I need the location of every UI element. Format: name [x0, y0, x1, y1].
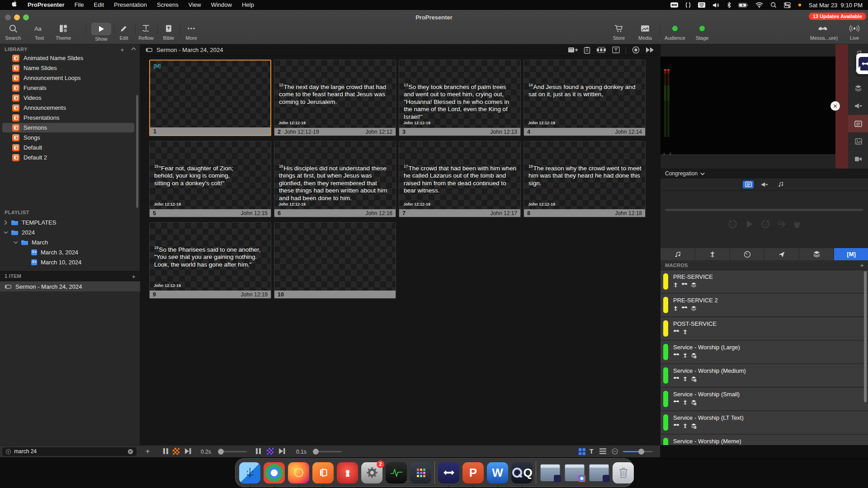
- dock-minimized-window-3-icon[interactable]: [588, 462, 609, 483]
- toolbar-audience-button[interactable]: Audience: [662, 23, 688, 41]
- library-collapse-icon[interactable]: [131, 47, 136, 51]
- dock-chrome-icon[interactable]: [264, 462, 285, 483]
- preview-options-icon[interactable]: [612, 448, 618, 455]
- media-transition-slider[interactable]: [314, 451, 342, 452]
- add-macro-button[interactable]: +: [860, 261, 864, 269]
- library-item-videos[interactable]: Videos: [2, 93, 134, 103]
- media-transition-effect-icon[interactable]: [267, 448, 274, 455]
- toolbar-theme-button[interactable]: Theme: [51, 23, 76, 41]
- tab-timers[interactable]: [730, 248, 765, 260]
- loop-slides-icon[interactable]: [596, 47, 606, 53]
- film-arrow-icon[interactable]: [568, 47, 578, 53]
- messages-layer-icon[interactable]: [848, 97, 868, 115]
- toolbar-more-button[interactable]: More: [179, 23, 204, 41]
- screen-selector-row[interactable]: Congregation: [660, 169, 868, 178]
- props-layer-icon[interactable]: [848, 132, 868, 150]
- play-audio-icon[interactable]: [744, 219, 755, 230]
- macro-row-service-worship-small-[interactable]: Service - Worship (Small): [660, 388, 868, 410]
- macro-row-pre-service[interactable]: PRE-SERVICE: [660, 270, 868, 293]
- slide-transition-skip-icon[interactable]: [184, 448, 192, 455]
- chevron-down-icon[interactable]: [4, 230, 8, 235]
- slide-3[interactable]: 13So they took branches of palm trees an…: [399, 60, 521, 136]
- skip-30-icon[interactable]: 30: [776, 219, 787, 230]
- text-view-icon[interactable]: T: [590, 448, 594, 455]
- text-width-icon[interactable]: [612, 47, 620, 53]
- menu-screens[interactable]: Screens: [152, 0, 184, 10]
- toolbar-text-button[interactable]: AaText: [27, 23, 52, 41]
- audio-preview-mode-icon[interactable]: [775, 181, 786, 188]
- toolbar-search-button[interactable]: Search: [0, 23, 26, 41]
- tab-props[interactable]: [799, 248, 834, 260]
- slide-8[interactable]: 18The reason why the crowd went to meet …: [524, 141, 646, 217]
- clipboard-icon[interactable]: [584, 47, 590, 54]
- menubar-app-name[interactable]: ProPresenter: [23, 0, 70, 10]
- toolbar-show-button[interactable]: Show: [89, 23, 114, 42]
- thumbnail-size-slider[interactable]: [623, 451, 653, 452]
- battery-status-icon[interactable]: [738, 3, 748, 8]
- dock-trash-icon[interactable]: [613, 462, 634, 483]
- library-item-animated-name-slides[interactable]: Animated Name Slides: [2, 53, 134, 63]
- apple-menu[interactable]: [6, 0, 23, 10]
- updates-available-badge[interactable]: 13 Updates Available: [809, 13, 866, 20]
- menu-help[interactable]: Help: [237, 0, 259, 10]
- tab-macros[interactable]: [M]: [834, 248, 868, 260]
- dock-finder-icon[interactable]: [239, 462, 260, 483]
- audio-progress-bar[interactable]: [665, 209, 863, 211]
- dock-powerpoint-icon[interactable]: P: [462, 462, 484, 483]
- dock-activity-monitor-icon[interactable]: [386, 462, 407, 483]
- playlist-node-march-10-2024[interactable]: March 10, 2024: [24, 258, 81, 267]
- menu-edit[interactable]: Edit: [89, 0, 109, 10]
- sidebar-scrollbar[interactable]: [136, 95, 138, 208]
- macro-row-service-worship-meme-[interactable]: Service - Worship (Meme): [660, 435, 868, 445]
- dock-propresenter-icon[interactable]: [312, 462, 334, 483]
- library-add-button[interactable]: +: [120, 46, 124, 53]
- dock-word-icon[interactable]: W: [487, 462, 508, 483]
- playlist-node-march[interactable]: March: [14, 238, 48, 247]
- keyboard-status-icon[interactable]: [698, 2, 705, 8]
- slide-1[interactable]: [M]1: [149, 60, 271, 136]
- library-item-sermons[interactable]: Sermons: [2, 123, 134, 132]
- video-input-layer-icon[interactable]: [848, 150, 868, 168]
- control-center-status-icon[interactable]: [784, 2, 791, 8]
- slide-9[interactable]: 19So the Pharisees said to one another, …: [149, 222, 271, 299]
- slide-4[interactable]: 14And Jesus found a young donkey and sat…: [524, 60, 646, 136]
- media-transition-pause-icon[interactable]: [255, 448, 261, 455]
- toolbar-edit-button[interactable]: Edit: [111, 23, 137, 41]
- dock-podcasts-icon[interactable]: [337, 462, 358, 483]
- dock-quicktime-icon[interactable]: Q: [511, 462, 533, 483]
- playlist-node-2024[interactable]: 2024: [4, 228, 35, 237]
- library-item-announcement-loops[interactable]: Announcement Loops: [2, 73, 134, 83]
- teamviewer-status-icon[interactable]: [670, 2, 678, 8]
- menubar-clock[interactable]: Sat Mar 23 9:10 PM: [809, 2, 863, 9]
- spotlight-status-icon[interactable]: [770, 2, 777, 8]
- menu-view[interactable]: View: [184, 0, 206, 10]
- toolbar-media-button[interactable]: Media: [632, 23, 658, 41]
- rewind-15-icon[interactable]: 15: [727, 219, 738, 230]
- toolbar-store-button[interactable]: Store: [606, 23, 632, 41]
- macro-row-pre-service-2[interactable]: PRE-SERVICE 2: [660, 294, 868, 316]
- toolbar-stage-button[interactable]: Stage: [689, 23, 715, 41]
- slide-2[interactable]: 12The next day the large crowd that had …: [274, 60, 396, 136]
- teamviewer-notification-popup[interactable]: [856, 53, 868, 74]
- slide-transition-slider[interactable]: [219, 451, 247, 452]
- search-field[interactable]: [2, 447, 137, 456]
- dock-system-settings-icon[interactable]: 2: [361, 462, 382, 483]
- looks-layer-icon[interactable]: [848, 80, 868, 97]
- tab-communications[interactable]: [764, 248, 799, 260]
- tab-audio-bin[interactable]: [660, 248, 695, 260]
- media-transition-skip-icon[interactable]: [278, 448, 286, 455]
- menu-presentation[interactable]: Presentation: [109, 0, 152, 10]
- recording-dot-status-icon[interactable]: [798, 3, 802, 7]
- volume-status-icon[interactable]: [712, 2, 720, 8]
- library-item-default[interactable]: Default: [2, 143, 134, 152]
- toolbar-reflow-button[interactable]: Reflow: [133, 23, 159, 41]
- library-item-default-2[interactable]: Default 2: [2, 153, 134, 162]
- playlist-node-templates[interactable]: TEMPLATES: [4, 218, 56, 227]
- messages-preview-mode-icon[interactable]: [759, 181, 770, 188]
- menu-file[interactable]: File: [70, 0, 89, 10]
- tab-mixer[interactable]: [695, 248, 730, 260]
- chevron-right-icon[interactable]: [4, 220, 8, 225]
- dock-minimized-window-2-icon[interactable]: [564, 462, 585, 483]
- slide-preview-mode-icon[interactable]: [743, 181, 754, 188]
- slide-6[interactable]: 16His disciples did not understand these…: [274, 141, 396, 217]
